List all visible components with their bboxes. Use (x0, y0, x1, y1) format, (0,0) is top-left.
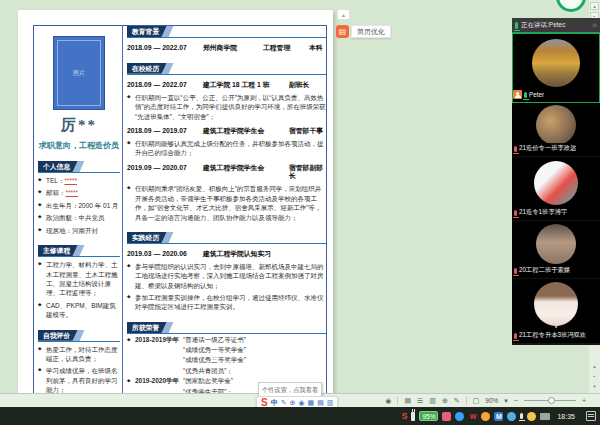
wps-document-window: ▴ ▪ ▴ ▪ ▾ 图片 厉** 求职意向，工程造价员 个人信息 (0, 0, 600, 407)
participant-tile[interactable]: 21造专1班李博宇 (512, 157, 600, 221)
resume-doc-icon[interactable]: ▤ (336, 25, 349, 38)
scroll-up-button[interactable]: ▴ (590, 2, 599, 10)
edit-mode-icon[interactable]: ✎ (454, 397, 460, 404)
photo-label: 图片 (73, 69, 85, 78)
section-header-practice: 实践经历 (127, 231, 326, 244)
page-view-icon[interactable]: ▤ (404, 397, 411, 404)
section-header-self-eval: 自我评价 (38, 329, 120, 342)
collapse-sidebar-icon[interactable]: » (592, 21, 597, 30)
personal-info-item: 现居地：河南开封 (38, 226, 120, 235)
resume-optimize-label[interactable]: 简历优化 (351, 25, 391, 38)
avatar (536, 224, 576, 264)
zoom-out-button[interactable]: − (514, 397, 518, 404)
tray-app-icon-pink[interactable] (442, 412, 451, 421)
power-plug-icon[interactable] (411, 412, 415, 421)
resume-optimize-widget[interactable]: ▤ 简历优化 (336, 25, 391, 38)
zoom-level[interactable]: 90% (485, 397, 498, 404)
campus-entry-bullet: 任职期间一直以“公平、公正、公开”为原则，以“认真负责、高效热情”的态度对待工作… (127, 93, 326, 121)
participant-name-tag: Peter (513, 89, 547, 100)
campus-entry-bullet: 任职期间秉承“团结友爱、积极向上”的宗旨服务同学，策划组织并开展各类活动，带领学… (127, 184, 326, 222)
tray-network-icon[interactable] (540, 413, 550, 420)
windows-taskbar: S 95% W M 18:35 (0, 407, 600, 425)
tray-app-icon-orange[interactable] (481, 412, 490, 421)
candidate-name: 厉** (38, 116, 120, 135)
avatar (532, 39, 580, 87)
book-view-icon[interactable]: ▥ (429, 397, 436, 404)
campus-entry-bullet: 任职期间能够认真完成上级分配的任务，并积极参加各项活动，提升自己的综合能力； (127, 139, 326, 158)
emoji-icon[interactable]: ◉ (298, 399, 304, 406)
system-tray: S 95% W M 18:35 (401, 411, 600, 421)
campus-entry-heading: 2019.09 — 2020.07 建筑工程学院学生会 宿管部副部长 (127, 164, 326, 182)
participant-name-tag: 20工程二班于素媒 (512, 265, 573, 276)
honor-row: 2018-2019学年 “普通话一级乙等证书” “成绩优秀一等奖学金” “成绩优… (127, 336, 326, 376)
zoom-slider-knob[interactable] (548, 397, 555, 404)
collapse-widget-button[interactable]: ▴ (337, 9, 350, 20)
scroll-up-icon: ▴ (593, 3, 596, 9)
mic-muted-icon (514, 146, 517, 152)
photo-placeholder: 图片 (53, 36, 105, 110)
tray-mic-icon[interactable] (520, 413, 523, 419)
toolbox-icon[interactable]: ▤ (317, 399, 324, 406)
personal-info-item: 出生年月：2000 年 01 月 (38, 201, 120, 210)
participant-tile[interactable]: 21造价专一班李政远 (512, 103, 600, 157)
mic-muted-icon (514, 268, 517, 274)
avatar (536, 105, 576, 145)
divider (397, 397, 398, 405)
course-item: CAD、PKPM、BIM建筑建模等。 (38, 301, 120, 320)
practice-bullet: 参加工程测量实训操作，在校分组学习，通过使用经纬仪、水准仪对学院指定区域进行工程… (127, 293, 326, 312)
divider (466, 397, 467, 405)
mic-muted-icon (514, 333, 517, 339)
section-header-campus: 在校经历 (127, 62, 326, 75)
fit-page-icon[interactable]: ▢ (473, 397, 480, 404)
notification-center-icon[interactable] (586, 411, 596, 421)
personal-info-item: 邮箱：***** (38, 188, 120, 197)
education-row: 2018.09 — 2022.07 郑州商学院 工程管理 本科 (127, 44, 326, 53)
personal-info-item: 政治面貌：中共党员 (38, 213, 120, 222)
resume-page: 图片 厉** 求职意向，工程造价员 个人信息 TEL：***** 邮箱：****… (18, 10, 333, 400)
web-view-icon[interactable]: ⊕ (442, 397, 448, 404)
tray-app-icon-lightblue[interactable] (507, 412, 516, 421)
tray-headset-icon[interactable] (527, 412, 536, 421)
job-intent: 求职意向，工程造价员 (38, 140, 120, 151)
participant-tile-peter[interactable]: Peter (512, 33, 600, 103)
tray-app-icon-m[interactable]: M (494, 412, 503, 421)
speaking-indicator-bar: 正在讲话:Petec » (512, 18, 600, 33)
participant-tile[interactable]: 20工程二班于素媒 (512, 221, 600, 279)
campus-entry-heading: 2018.09 — 2019.07 建筑工程学院学生会 宿管部干事 (127, 127, 326, 136)
avatar (534, 161, 578, 205)
outline-view-icon[interactable]: ☰ (417, 397, 423, 404)
campus-entry-heading: 2018.09 — 2022.07 建工学院 18 工程 1 班 副班长 (127, 81, 326, 90)
tray-app-icon-blue-circle[interactable] (455, 412, 464, 421)
next-page-icon[interactable]: ▾ (593, 383, 596, 389)
zoom-slider[interactable] (524, 400, 576, 401)
resume-right-column: 教育背景 2018.09 — 2022.07 郑州商学院 工程管理 本科 在校经… (127, 25, 326, 425)
chinese-mode-icon[interactable]: 中 (271, 399, 278, 406)
sogou-logo-icon[interactable]: S (261, 398, 268, 408)
self-eval-item: 热爱工作，对待工作态度端正，认真负责； (38, 345, 120, 364)
zoom-in-button[interactable]: + (582, 397, 586, 404)
sogou-tray-icon[interactable]: S (401, 412, 407, 421)
skin-icon[interactable]: ▦ (308, 399, 315, 406)
mic-muted-icon (514, 210, 517, 216)
section-header-personal-info: 个人信息 (38, 160, 120, 173)
section-header-honors: 所获荣誉 (127, 321, 326, 334)
participant-name-tag: 21工程专升本3班冯双欢 (512, 330, 589, 341)
zoom-caret-icon[interactable]: ▾ (504, 397, 508, 404)
prev-page-icon[interactable]: ▴ (593, 363, 596, 369)
section-header-courses: 主修课程 (38, 244, 120, 257)
section-header-education: 教育背景 (127, 25, 326, 38)
scrollbar-lower-buttons[interactable]: ▴ ▪ ▾ (589, 363, 600, 389)
handwriting-icon[interactable]: ✎ (281, 399, 287, 406)
page-nav-icon[interactable]: ▪ (594, 373, 596, 379)
taskbar-clock[interactable]: 18:35 (554, 413, 578, 420)
practice-entry-heading: 2019.03 — 2020.06 建筑工程学院认知实习 (127, 250, 326, 259)
wps-tray-icon[interactable]: W (468, 412, 477, 421)
eye-protection-icon[interactable]: ◉ (385, 397, 391, 404)
participant-name-tag: 21造专1班李博宇 (512, 207, 570, 218)
scroll-more-icon[interactable]: ∨ (553, 322, 558, 330)
keyboard-icon[interactable]: ▥ (327, 399, 334, 406)
self-eval-item: 学习成绩优异，在班级名列前茅，具有良好的学习能力； (38, 366, 120, 394)
battery-indicator[interactable]: 95% (419, 411, 438, 421)
fullwidth-icon[interactable]: ⊕ (290, 399, 296, 406)
participant-tile[interactable]: ∨ 21工程专升本3班冯双欢 (512, 279, 600, 343)
